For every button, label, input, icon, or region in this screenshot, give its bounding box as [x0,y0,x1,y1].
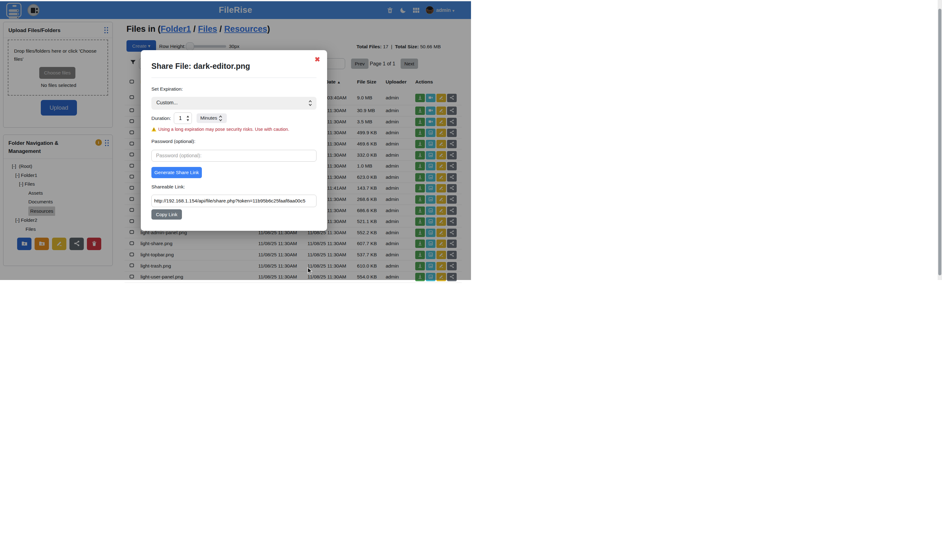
set-expiration-label: Set Expiration: [151,86,183,92]
select-chevrons-icon [219,115,222,122]
duration-label: Duration: [151,115,171,121]
expiration-warning: Using a long expiration may pose securit… [151,127,289,132]
password-label: Password (optional): [151,138,195,144]
close-icon[interactable]: ✖ [315,56,320,63]
modal-title: Share File: dark-editor.png [151,62,250,71]
stepper-arrows-icon[interactable] [186,115,189,122]
share-file-modal: ✖ Share File: dark-editor.png Set Expira… [141,50,327,231]
warning-icon [151,127,156,131]
generate-share-link-button[interactable]: Generate Share Link [151,167,202,178]
expiration-select[interactable]: Custom... [151,97,317,110]
select-chevrons-icon [308,100,312,106]
shareable-link-label: Shareable Link: [151,184,185,190]
top-strip [0,0,471,1]
shareable-link-input[interactable] [151,195,317,207]
duration-unit-select[interactable]: Minutes [197,113,227,123]
mouse-cursor [307,267,314,275]
copy-link-button[interactable]: Copy Link [151,209,182,220]
password-input[interactable] [151,150,317,162]
